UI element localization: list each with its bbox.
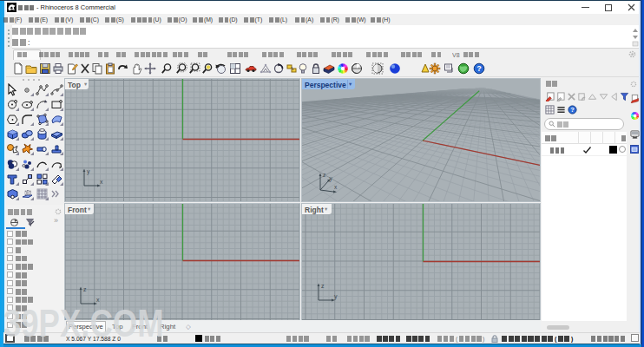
svg-text:y: y [87,168,90,175]
svg-text:y: y [334,293,338,300]
svg-text:y: y [330,175,333,182]
svg-text:x: x [334,184,338,190]
svg-text:z: z [323,172,325,178]
svg-text:?: ? [476,64,482,73]
svg-text:x: x [100,179,103,185]
svg-text:z: z [321,283,325,289]
svg-text:?: ? [570,106,575,114]
svg-text:z: z [83,286,87,292]
